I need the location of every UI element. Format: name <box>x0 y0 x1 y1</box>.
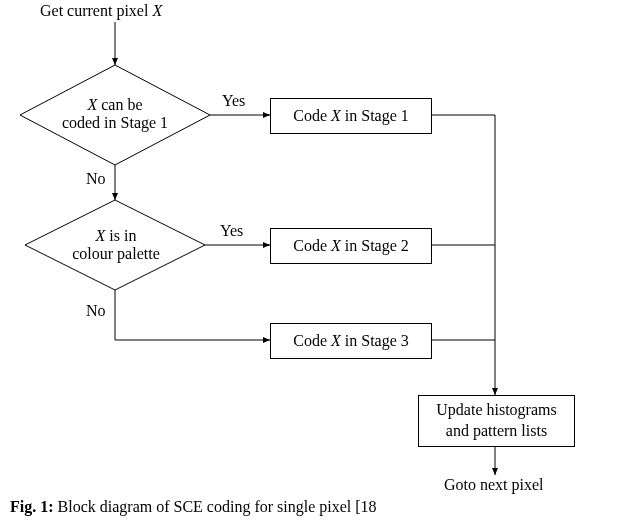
process3-box: Code X in Stage 3 <box>270 323 432 359</box>
figure-caption: Fig. 1: Block diagram of SCE coding for … <box>10 498 377 516</box>
goto-label: Goto next pixel <box>444 476 544 494</box>
process1-box: Code X in Stage 1 <box>270 98 432 134</box>
d1-var: X <box>87 96 97 113</box>
d1-no-text: No <box>86 170 106 187</box>
update-line2: and pattern lists <box>446 422 547 439</box>
d1-no-label: No <box>86 170 106 188</box>
arrow-d2-no <box>115 290 270 340</box>
arrow-p1-join <box>430 115 495 390</box>
d2-yes-text: Yes <box>220 222 243 239</box>
p2-pre: Code <box>293 237 331 254</box>
p3-post: in Stage 3 <box>341 332 409 349</box>
d1-yes-label: Yes <box>222 92 245 110</box>
p1-post: in Stage 1 <box>341 107 409 124</box>
p1-pre: Code <box>293 107 331 124</box>
d2-line1: is in <box>105 227 136 244</box>
d2-var: X <box>96 227 106 244</box>
d2-no-label: No <box>86 302 106 320</box>
p3-var: X <box>331 332 341 349</box>
caption-prefix: Fig. 1: <box>10 498 54 515</box>
d2-no-text: No <box>86 302 106 319</box>
decision1-text: X can be coded in Stage 1 <box>60 96 170 132</box>
p1-var: X <box>331 107 341 124</box>
p2-var: X <box>331 237 341 254</box>
goto-text: Goto next pixel <box>444 476 544 493</box>
p3-pre: Code <box>293 332 331 349</box>
d1-yes-text: Yes <box>222 92 245 109</box>
d1-line2: coded in Stage 1 <box>62 114 168 131</box>
p2-post: in Stage 2 <box>341 237 409 254</box>
d2-yes-label: Yes <box>220 222 243 240</box>
update-line1: Update histograms <box>436 401 556 418</box>
update-box: Update histograms and pattern lists <box>418 395 575 447</box>
caption-text: Block diagram of SCE coding for single p… <box>54 498 377 515</box>
decision2-text: X is in colour palette <box>66 227 166 263</box>
d1-line1: can be <box>97 96 142 113</box>
process2-box: Code X in Stage 2 <box>270 228 432 264</box>
d2-line2: colour palette <box>72 245 160 262</box>
